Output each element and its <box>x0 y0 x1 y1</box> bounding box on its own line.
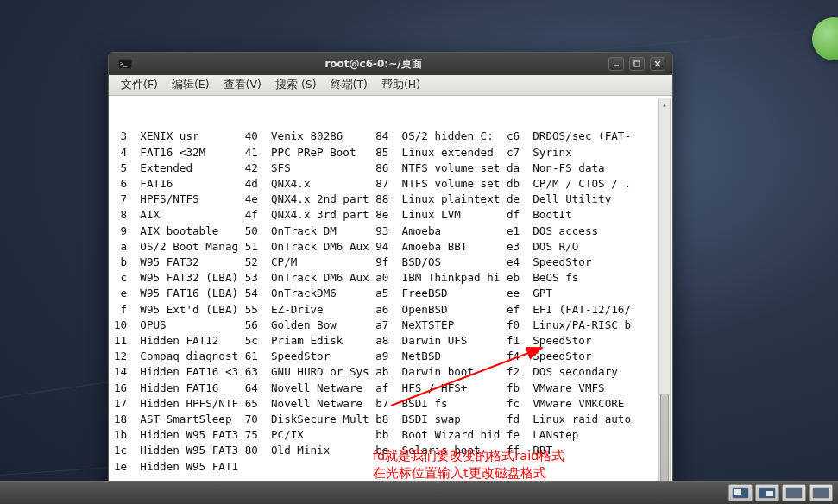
menu-terminal[interactable]: 终端(T) <box>324 75 375 95</box>
menu-help[interactable]: 帮助(H) <box>375 75 427 95</box>
svg-rect-12 <box>813 488 829 498</box>
menu-view[interactable]: 查看(V) <box>217 75 268 95</box>
titlebar[interactable]: >_ root@c6-0:~/桌面 <box>109 53 672 75</box>
minimize-button[interactable] <box>608 57 624 71</box>
terminal-body[interactable]: 3 XENIX usr 40 Venix 80286 84 OS/2 hidde… <box>109 96 672 504</box>
menu-edit[interactable]: 编辑(E) <box>165 75 217 95</box>
close-button[interactable] <box>650 57 665 71</box>
svg-text:>_: >_ <box>120 60 128 67</box>
workspace-3[interactable] <box>782 484 806 501</box>
terminal-app-icon: >_ <box>117 58 133 70</box>
svg-rect-8 <box>734 489 741 495</box>
maximize-button[interactable] <box>629 57 645 71</box>
annotation-text: fd就是我们要改变的格式raid格式 在光标位置输入t更改磁盘格式 <box>373 447 564 482</box>
workspace-4[interactable] <box>809 484 833 501</box>
scrollbar[interactable]: ▴ ▾ <box>658 98 671 504</box>
desktop-badge <box>812 17 838 60</box>
menu-file[interactable]: 文件(F) <box>114 75 165 95</box>
svg-rect-11 <box>786 488 802 498</box>
taskbar <box>0 481 838 504</box>
scroll-up-button[interactable]: ▴ <box>660 99 669 110</box>
menu-search[interactable]: 搜索 (S) <box>268 75 324 95</box>
annotation-line1: fd就是我们要改变的格式raid格式 <box>373 449 564 463</box>
annotation-line2: 在光标位置输入t更改磁盘格式 <box>373 466 546 480</box>
svg-rect-10 <box>766 491 773 496</box>
menubar: 文件(F) 编辑(E) 查看(V) 搜索 (S) 终端(T) 帮助(H) <box>109 75 672 96</box>
workspace-2[interactable] <box>755 484 779 501</box>
terminal-window: >_ root@c6-0:~/桌面 文件(F) 编辑(E) 查看(V) 搜索 (… <box>108 52 673 504</box>
workspace-1[interactable] <box>728 484 753 501</box>
partition-type-list: 3 XENIX usr 40 Venix 80286 84 OS/2 hidde… <box>114 129 672 474</box>
svg-rect-3 <box>634 61 640 66</box>
window-title: root@c6-0:~/桌面 <box>138 57 608 72</box>
